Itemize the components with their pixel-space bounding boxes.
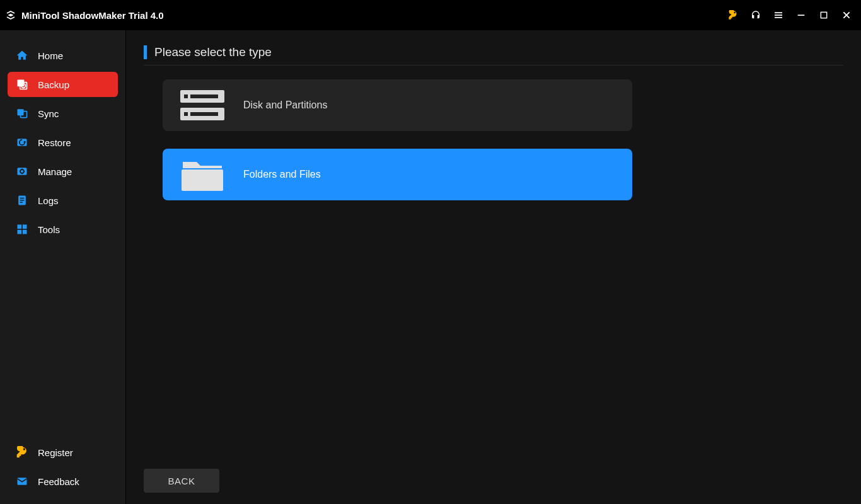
svg-rect-28 <box>182 169 223 191</box>
sidebar-item-sync[interactable]: Sync <box>8 101 118 126</box>
svg-rect-2 <box>775 17 782 18</box>
sync-icon <box>15 106 29 120</box>
sidebar-item-feedback[interactable]: Feedback <box>8 469 118 494</box>
back-button-label: BACK <box>168 476 195 486</box>
svg-rect-19 <box>18 230 22 234</box>
sidebar-item-label: Restore <box>38 137 71 148</box>
titlebar-right <box>727 9 852 21</box>
sidebar-item-tools[interactable]: Tools <box>8 217 118 242</box>
close-icon[interactable] <box>841 9 852 21</box>
sidebar-item-label: Home <box>38 50 63 61</box>
sidebar-item-label: Register <box>38 447 73 458</box>
mail-icon <box>15 474 29 488</box>
maximize-icon[interactable] <box>818 9 829 21</box>
svg-rect-16 <box>20 202 23 203</box>
svg-rect-14 <box>20 198 25 198</box>
minimize-icon[interactable] <box>795 9 807 21</box>
svg-rect-3 <box>798 14 805 16</box>
sidebar-item-logs[interactable]: Logs <box>8 188 118 213</box>
sidebar-item-restore[interactable]: Restore <box>8 130 118 155</box>
page-title: Please select the type <box>154 45 272 59</box>
sidebar-item-label: Tools <box>38 224 60 235</box>
svg-rect-26 <box>184 112 188 116</box>
back-row: BACK <box>144 469 219 493</box>
sidebar-item-label: Logs <box>38 195 59 206</box>
menu-icon[interactable] <box>773 9 784 21</box>
tools-icon <box>15 222 29 236</box>
svg-rect-20 <box>23 230 27 234</box>
svg-rect-18 <box>23 225 27 229</box>
sidebar-item-home[interactable]: Home <box>8 43 118 68</box>
home-icon <box>15 49 29 62</box>
svg-rect-24 <box>190 94 218 98</box>
svg-rect-17 <box>18 225 22 229</box>
body: Home Backup Sync <box>0 30 861 504</box>
sidebar-item-label: Feedback <box>38 476 79 487</box>
sidebar-top: Home Backup Sync <box>8 43 118 440</box>
svg-rect-15 <box>20 200 25 200</box>
heading-accent <box>144 45 147 59</box>
key-icon[interactable] <box>727 9 739 21</box>
sidebar: Home Backup Sync <box>0 30 126 504</box>
option-folders-files[interactable]: Folders and Files <box>163 149 632 200</box>
option-disk-partitions[interactable]: Disk and Partitions <box>163 79 632 131</box>
svg-rect-27 <box>190 112 218 116</box>
sidebar-item-label: Manage <box>38 166 72 177</box>
titlebar-left: MiniTool ShadowMaker Trial 4.0 <box>5 9 164 21</box>
option-label: Folders and Files <box>243 169 321 180</box>
headset-icon[interactable] <box>750 9 761 21</box>
main-panel: Please select the type Disk <box>126 30 861 504</box>
heading-row: Please select the type <box>144 43 843 66</box>
app-logo-icon <box>5 9 16 21</box>
folder-icon <box>180 156 224 193</box>
restore-icon <box>15 135 29 149</box>
sidebar-item-label: Backup <box>38 79 69 90</box>
svg-rect-1 <box>775 14 782 16</box>
type-options: Disk and Partitions Folders and Files <box>144 79 843 200</box>
svg-rect-4 <box>821 12 826 18</box>
manage-icon <box>15 164 29 178</box>
svg-rect-23 <box>184 94 188 98</box>
sidebar-bottom: Register Feedback <box>8 440 118 494</box>
logs-icon <box>15 193 29 207</box>
app-window: MiniTool ShadowMaker Trial 4.0 <box>0 0 861 504</box>
sidebar-item-manage[interactable]: Manage <box>8 159 118 184</box>
svg-rect-0 <box>775 12 782 13</box>
sidebar-item-label: Sync <box>38 108 59 119</box>
option-label: Disk and Partitions <box>243 100 327 111</box>
backup-icon <box>15 77 29 91</box>
back-button[interactable]: BACK <box>144 469 219 493</box>
key-icon <box>15 445 29 459</box>
app-title: MiniTool ShadowMaker Trial 4.0 <box>21 10 164 21</box>
svg-rect-5 <box>18 80 25 87</box>
titlebar: MiniTool ShadowMaker Trial 4.0 <box>0 0 861 30</box>
disk-icon <box>180 86 224 124</box>
sidebar-item-backup[interactable]: Backup <box>8 72 118 97</box>
sidebar-item-register[interactable]: Register <box>8 440 118 465</box>
